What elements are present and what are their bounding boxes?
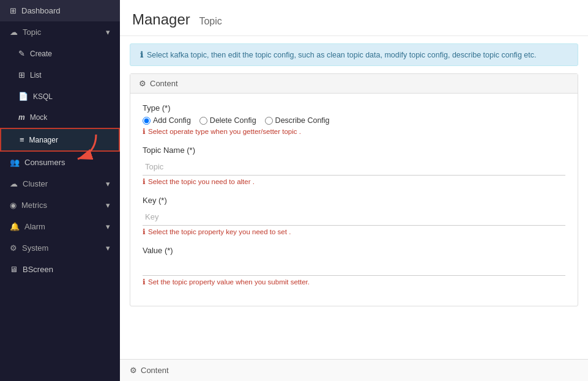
- radio-add-config[interactable]: Add Config: [143, 116, 191, 125]
- sidebar-item-label: Metrics: [21, 201, 47, 210]
- sidebar-item-dashboard[interactable]: ⊞ Dashboard: [0, 0, 120, 21]
- radio-describe-config-label: Describe Config: [275, 116, 330, 125]
- mock-icon: m: [18, 113, 25, 122]
- value-label: Value (*): [143, 246, 565, 255]
- topic-name-hint-icon: ℹ: [143, 177, 146, 186]
- topic-name-group: Topic Name (*) ℹ Select the topic you ne…: [143, 146, 565, 186]
- topic-name-input[interactable]: [143, 158, 565, 176]
- sidebar-item-label: BScreen: [23, 265, 53, 274]
- chevron-down-icon: ▾: [106, 222, 110, 231]
- content-section-icon: ⚙: [139, 79, 146, 88]
- sidebar-item-label: Mock: [30, 113, 48, 122]
- ksql-icon: 📄: [18, 92, 28, 101]
- content-section: ⚙ Content Type (*) Add Config Delete Con…: [130, 73, 578, 306]
- sidebar-item-system[interactable]: ⚙ System ▾: [0, 237, 120, 259]
- sidebar-item-create[interactable]: ✎ Create: [0, 43, 120, 64]
- key-hint: ℹ Select the topic property key you need…: [143, 227, 565, 236]
- type-label: Type (*): [143, 103, 565, 113]
- page-header: Manager Topic: [120, 0, 588, 36]
- sidebar-item-label: System: [22, 243, 48, 253]
- bottom-panel: ⚙ Content: [120, 359, 588, 381]
- dashboard-icon: ⊞: [10, 6, 17, 15]
- sidebar-item-consumers[interactable]: 👥 Consumers: [0, 152, 120, 173]
- topic-icon: ☁: [10, 28, 18, 37]
- sidebar-item-label: Dashboard: [21, 6, 61, 15]
- sidebar-item-label: KSQL: [33, 92, 53, 101]
- type-group: Type (*) Add Config Delete Config Descri…: [143, 103, 565, 136]
- sidebar-item-alarm[interactable]: 🔔 Alarm ▾: [0, 216, 120, 237]
- consumers-icon: 👥: [10, 158, 20, 167]
- key-hint-icon: ℹ: [143, 227, 146, 236]
- chevron-down-icon: ▾: [106, 201, 110, 210]
- radio-add-config-label: Add Config: [153, 116, 191, 125]
- topic-name-label: Topic Name (*): [143, 146, 565, 155]
- sidebar-item-label: Topic: [23, 28, 41, 37]
- key-input[interactable]: [143, 209, 565, 226]
- type-hint: ℹ Select operate type when you getter/se…: [143, 127, 565, 136]
- value-hint-icon: ℹ: [143, 278, 146, 286]
- sidebar-item-label: Consumers: [24, 158, 65, 167]
- chevron-down-icon: ▾: [106, 179, 110, 188]
- sidebar-item-metrics[interactable]: ◉ Metrics ▾: [0, 194, 120, 216]
- sidebar-item-label: List: [30, 71, 42, 80]
- topic-name-hint: ℹ Select the topic you need to alter .: [143, 177, 565, 186]
- key-label: Key (*): [143, 196, 565, 205]
- cluster-icon: ☁: [10, 179, 18, 188]
- sidebar-item-label: Cluster: [23, 179, 48, 188]
- type-radio-group: Add Config Delete Config Describe Config: [143, 116, 565, 125]
- info-banner: ℹ Select kafka topic, then edit the topi…: [130, 43, 578, 66]
- chevron-down-icon: ▾: [106, 28, 110, 37]
- info-icon: ℹ: [140, 50, 143, 59]
- radio-delete-config-input[interactable]: [199, 117, 207, 125]
- alarm-icon: 🔔: [10, 222, 20, 231]
- manager-icon: ≡: [20, 135, 24, 144]
- sidebar-item-label: Manager: [29, 136, 58, 144]
- radio-describe-config[interactable]: Describe Config: [265, 116, 330, 125]
- radio-add-config-input[interactable]: [143, 117, 151, 125]
- list-icon: ⊞: [18, 70, 25, 80]
- content-section-label: Content: [150, 79, 178, 88]
- sidebar-item-ksql[interactable]: 📄 KSQL: [0, 86, 120, 107]
- radio-describe-config-input[interactable]: [265, 117, 273, 125]
- sidebar-item-manager[interactable]: ≡ Manager: [0, 128, 120, 152]
- sidebar-item-mock[interactable]: m Mock: [0, 107, 120, 128]
- sidebar-item-topic[interactable]: ☁ Topic ▾: [0, 21, 120, 43]
- create-icon: ✎: [18, 49, 25, 58]
- value-hint: ℹ Set the topic property value when you …: [143, 278, 565, 286]
- form-body: Type (*) Add Config Delete Config Descri…: [130, 94, 578, 306]
- sidebar: ⊞ Dashboard ☁ Topic ▾ ✎ Create ⊞ List 📄 …: [0, 0, 120, 381]
- section-panel-header: ⚙ Content: [130, 74, 578, 94]
- chevron-down-icon: ▾: [106, 243, 110, 253]
- radio-delete-config[interactable]: Delete Config: [199, 116, 256, 125]
- value-input[interactable]: [143, 259, 565, 276]
- sidebar-item-bscreen[interactable]: 🖥 BScreen: [0, 259, 120, 280]
- sidebar-item-label: Alarm: [24, 222, 45, 231]
- main-content: Manager Topic ℹ Select kafka topic, then…: [120, 0, 588, 381]
- radio-delete-config-label: Delete Config: [210, 116, 256, 125]
- system-icon: ⚙: [10, 243, 17, 253]
- sidebar-item-list[interactable]: ⊞ List: [0, 64, 120, 86]
- bottom-panel-label: Content: [141, 366, 169, 375]
- bscreen-icon: 🖥: [10, 265, 18, 274]
- sidebar-item-label: Create: [30, 50, 52, 58]
- metrics-icon: ◉: [10, 201, 17, 210]
- sidebar-item-cluster[interactable]: ☁ Cluster ▾: [0, 173, 120, 194]
- page-title: Manager Topic: [132, 11, 576, 28]
- info-text: Select kafka topic, then edit the topic …: [147, 51, 536, 59]
- key-group: Key (*) ℹ Select the topic property key …: [143, 196, 565, 236]
- type-hint-icon: ℹ: [143, 127, 146, 136]
- value-group: Value (*) ℹ Set the topic property value…: [143, 246, 565, 286]
- bottom-panel-icon: ⚙: [130, 366, 137, 375]
